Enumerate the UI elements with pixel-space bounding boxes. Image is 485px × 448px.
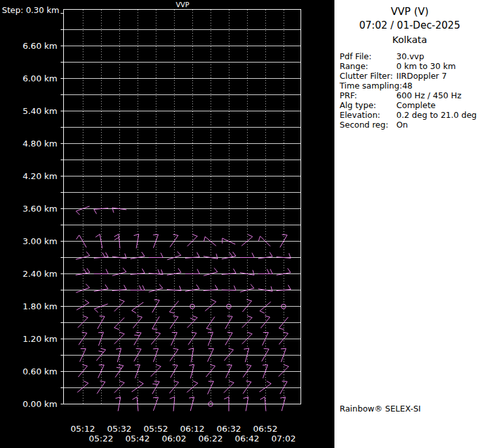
- metadata-row: Clutter Filter:IIRDoppler 7: [340, 71, 485, 81]
- metadata-label: Range:: [340, 61, 396, 71]
- metadata-value: 48: [402, 81, 413, 91]
- y-axis-label: 5.40 km: [3, 106, 57, 116]
- x-axis-label: 06:42: [233, 434, 261, 443]
- metadata-label: PRF:: [340, 91, 396, 100]
- scan-datetime: 07:02 / 01-Dec-2025: [334, 20, 485, 31]
- y-axis-label: 4.80 km: [3, 139, 57, 148]
- y-axis-label: 1.80 km: [3, 301, 57, 311]
- metadata-label: Alg type:: [340, 100, 396, 110]
- x-axis-label: 06:52: [251, 424, 280, 434]
- metadata-row: PRF:600 Hz / 450 Hz: [340, 91, 485, 100]
- info-panel: VVP (V) 07:02 / 01-Dec-2025 Kolkata Pdf …: [334, 0, 485, 448]
- brand-footer: Rainbow® SELEX-SI: [340, 404, 421, 413]
- y-axis-label: 6.00 km: [3, 74, 57, 83]
- y-axis-label: 1.20 km: [3, 334, 57, 344]
- x-axis-label: 05:32: [105, 424, 134, 434]
- metadata-value: 30.vvp: [396, 51, 424, 61]
- x-axis-label: 05:22: [87, 434, 115, 443]
- y-axis-label: 3.60 km: [3, 204, 57, 214]
- y-axis-label: 2.40 km: [3, 269, 57, 279]
- x-axis-label: 06:12: [178, 424, 207, 434]
- x-axis-label: 05:42: [123, 434, 152, 443]
- station-name: Kolkata: [334, 35, 485, 45]
- metadata-value: On: [396, 120, 408, 130]
- metadata-value: IIRDoppler 7: [396, 71, 447, 81]
- y-axis-label: 3.00 km: [3, 236, 57, 246]
- wind-barb-chart: [59, 9, 302, 405]
- y-axis-label: 6.60 km: [3, 41, 57, 51]
- x-axis-label: 07:02: [269, 434, 298, 443]
- metadata-label: Elevation:: [340, 110, 396, 120]
- metadata-value: 0.2 deg to 21.0 deg: [396, 110, 477, 120]
- metadata-value: 0 km to 30 km: [396, 61, 456, 71]
- vvp-product-window: Step: 0.30 km VVP 6.60 km6.00 km5.40 km4…: [0, 0, 485, 448]
- metadata-row: Range:0 km to 30 km: [340, 61, 485, 71]
- metadata-label: Clutter Filter:: [340, 71, 396, 81]
- altitude-step-label: Step: 0.30 km: [2, 5, 59, 15]
- metadata-label: Time sampling:: [340, 81, 402, 91]
- product-title: VVP (V): [334, 6, 485, 18]
- x-axis-label: 05:12: [68, 424, 97, 434]
- metadata-row: Second reg:On: [340, 120, 485, 130]
- metadata-fields: Pdf File:30.vvpRange:0 km to 30 kmClutte…: [340, 51, 485, 130]
- y-axis-label: 0.60 km: [3, 367, 57, 376]
- plot-title: VVP: [63, 1, 302, 8]
- metadata-row: Alg type:Complete: [340, 100, 485, 110]
- metadata-row: Elevation:0.2 deg to 21.0 deg: [340, 110, 485, 120]
- metadata-row: Time sampling:48: [340, 81, 485, 91]
- x-axis-label: 06:02: [160, 434, 188, 443]
- x-axis-label: 05:52: [141, 424, 170, 434]
- metadata-value: Complete: [396, 100, 435, 110]
- metadata-value: 600 Hz / 450 Hz: [396, 91, 462, 100]
- metadata-label: Second reg:: [340, 120, 396, 130]
- metadata-label: Pdf File:: [340, 51, 396, 61]
- y-axis-label: 0.00 km: [3, 399, 57, 409]
- x-axis-label: 06:32: [214, 424, 243, 434]
- metadata-row: Pdf File:30.vvp: [340, 51, 485, 61]
- x-axis-label: 06:22: [196, 434, 225, 443]
- y-axis-label: 4.20 km: [3, 171, 57, 181]
